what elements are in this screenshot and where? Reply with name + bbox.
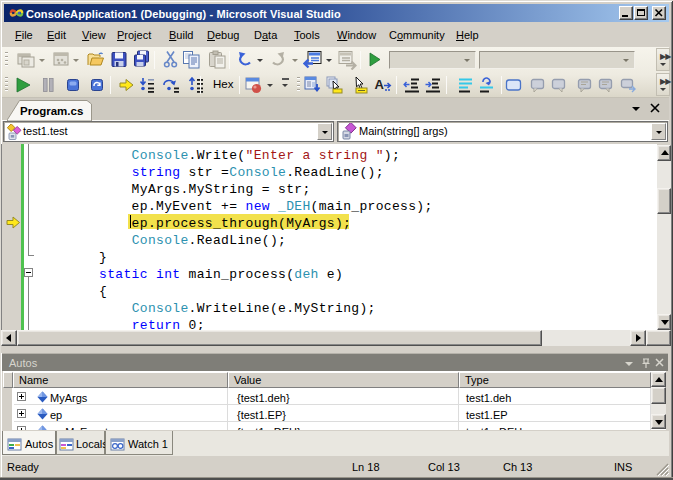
svg-text:A: A: [375, 77, 385, 92]
